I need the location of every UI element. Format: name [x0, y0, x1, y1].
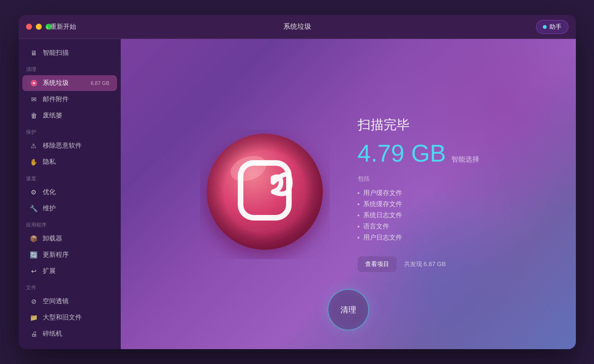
sidebar-item-mail-attachments[interactable]: ✉ 邮件附件 [22, 91, 117, 107]
sidebar-item-malware[interactable]: ⚠ 移除恶意软件 [22, 138, 117, 154]
found-text: 共发现 6.87 GB [404, 260, 446, 268]
system-junk-icon [30, 79, 38, 87]
assistant-dot-icon [543, 25, 547, 29]
space-lens-icon: ⊘ [30, 297, 38, 306]
assistant-label: 助手 [549, 23, 561, 31]
uninstaller-icon: 📦 [30, 234, 38, 243]
close-button[interactable] [26, 24, 32, 30]
back-button[interactable]: ‹ 重新开始 [46, 23, 77, 31]
content-area: 扫描完毕 4.79 GB 智能选择 包括 用户缓存文件 系统缓存文件 系统日志文… [121, 39, 576, 349]
sidebar-item-uninstaller[interactable]: 📦 卸载器 [22, 231, 117, 247]
large-files-icon: 📁 [30, 313, 38, 322]
assistant-button[interactable]: 助手 [536, 20, 568, 34]
section-files-label: 文件 [19, 280, 121, 293]
sidebar-item-label: 碎纸机 [43, 330, 62, 338]
sidebar-item-updater[interactable]: 🔄 更新程序 [22, 247, 117, 263]
size-row: 4.79 GB 智能选择 [358, 141, 497, 165]
sidebar-item-label: 移除恶意软件 [43, 142, 82, 150]
malware-icon: ⚠ [30, 142, 38, 150]
clean-button[interactable]: 清理 [327, 289, 369, 331]
includes-label: 包括 [358, 175, 497, 183]
shredder-icon: 🖨 [30, 330, 38, 338]
section-speed-label: 速度 [19, 170, 121, 184]
sidebar-item-space-lens[interactable]: ⊘ 空间透镜 [22, 293, 117, 309]
updater-icon: 🔄 [30, 251, 38, 259]
list-item: 语言文件 [358, 221, 497, 232]
back-chevron-icon: ‹ [46, 23, 49, 31]
sidebar-item-smart-scan[interactable]: 🖥 智能扫描 [22, 45, 117, 61]
sidebar-item-label: 优化 [43, 188, 56, 196]
system-junk-badge: 6.87 GB [91, 80, 109, 86]
view-items-button[interactable]: 查看项目 [358, 256, 397, 272]
app-icon [200, 129, 330, 259]
titlebar-center: 系统垃圾 [283, 22, 311, 31]
sidebar-item-maintenance[interactable]: 🔧 维护 [22, 201, 117, 216]
smart-scan-icon: 🖥 [30, 49, 38, 57]
sidebar-item-trash[interactable]: 🗑 废纸篓 [22, 108, 117, 124]
sidebar-item-label: 废纸篓 [43, 111, 62, 120]
right-panel: 扫描完毕 4.79 GB 智能选择 包括 用户缓存文件 系统缓存文件 系统日志文… [358, 116, 497, 272]
trash-icon: 🗑 [30, 111, 38, 120]
sidebar-item-label: 智能扫描 [43, 49, 69, 57]
sidebar-item-label: 卸载器 [43, 234, 62, 243]
sidebar-item-privacy[interactable]: ✋ 隐私 [22, 154, 117, 170]
clean-button-container: 清理 [327, 289, 369, 331]
privacy-icon: ✋ [30, 158, 38, 166]
list-item: 系统缓存文件 [358, 199, 497, 210]
section-apps-label: 应用程序 [19, 217, 121, 230]
window-title: 系统垃圾 [283, 22, 311, 31]
action-row: 查看项目 共发现 6.87 GB [358, 256, 497, 272]
extensions-icon: ↩ [30, 267, 38, 275]
app-window: ‹ 重新开始 系统垃圾 助手 🖥 智能扫描 清理 [19, 15, 576, 349]
sidebar-item-label: 扩展 [43, 267, 56, 275]
sidebar-item-label: 空间透镜 [43, 297, 69, 306]
title-bar: ‹ 重新开始 系统垃圾 助手 [19, 15, 576, 39]
sidebar: 🖥 智能扫描 清理 系统垃圾 6.87 GB ✉ 邮件附件 [19, 39, 121, 349]
sidebar-item-optimize[interactable]: ⚙ 优化 [22, 184, 117, 200]
main-layout: 🖥 智能扫描 清理 系统垃圾 6.87 GB ✉ 邮件附件 [19, 39, 576, 349]
section-protect-label: 保护 [19, 124, 121, 137]
back-label: 重新开始 [50, 23, 76, 31]
mail-icon: ✉ [30, 95, 38, 104]
list-item: 用户缓存文件 [358, 188, 497, 199]
sidebar-item-system-junk[interactable]: 系统垃圾 6.87 GB [22, 75, 117, 91]
file-type-list: 用户缓存文件 系统缓存文件 系统日志文件 语言文件 用户日志文件 [358, 188, 497, 243]
minimize-button[interactable] [36, 24, 42, 30]
scan-complete-title: 扫描完毕 [358, 116, 497, 134]
sidebar-item-shredder[interactable]: 🖨 碎纸机 [22, 326, 117, 342]
list-item: 用户日志文件 [358, 232, 497, 243]
sidebar-item-extensions[interactable]: ↩ 扩展 [22, 263, 117, 279]
sidebar-item-label: 隐私 [43, 158, 56, 166]
size-value: 4.79 GB [358, 141, 446, 165]
sidebar-item-label: 更新程序 [43, 251, 69, 259]
svg-point-2 [207, 134, 323, 250]
sidebar-item-label: 系统垃圾 [43, 79, 69, 87]
sidebar-item-label: 维护 [43, 204, 56, 213]
optimize-icon: ⚙ [30, 188, 38, 196]
content-inner: 扫描完毕 4.79 GB 智能选择 包括 用户缓存文件 系统缓存文件 系统日志文… [200, 116, 497, 272]
sidebar-item-label: 大型和旧文件 [43, 313, 82, 322]
sidebar-item-large-old-files[interactable]: 📁 大型和旧文件 [22, 310, 117, 325]
maintenance-icon: 🔧 [30, 204, 38, 213]
section-clean-label: 清理 [19, 61, 121, 75]
smart-select-label: 智能选择 [451, 155, 479, 164]
list-item: 系统日志文件 [358, 210, 497, 221]
sidebar-item-label: 邮件附件 [43, 95, 69, 104]
